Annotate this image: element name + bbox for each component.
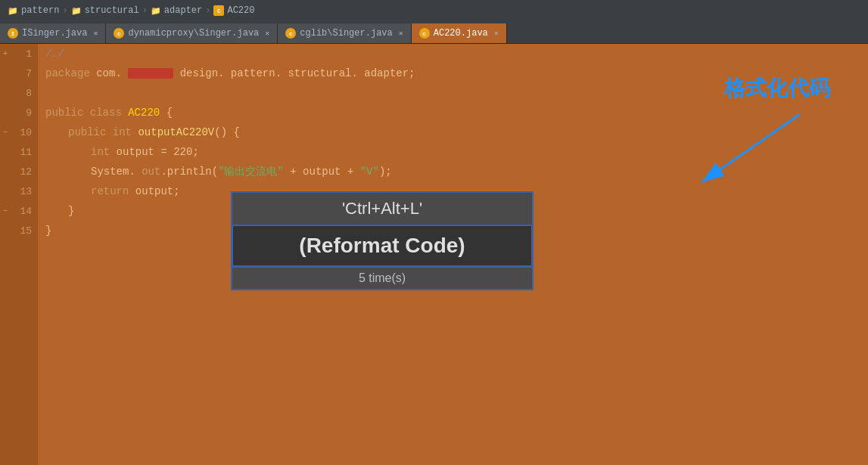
fold-icon[interactable]: − bbox=[3, 207, 8, 215]
fold-icon[interactable]: − bbox=[3, 129, 8, 137]
tab-label: dynamicproxy\Singer.java bbox=[128, 28, 259, 39]
tooltip-header: 'Ctrl+Alt+L' bbox=[231, 191, 534, 226]
tab-label: ISinger.java bbox=[22, 28, 87, 39]
code-token: com. bbox=[96, 67, 128, 79]
code-token-keyword: out bbox=[142, 166, 160, 178]
code-token: + output + bbox=[284, 166, 360, 178]
breadcrumb-label: pattern bbox=[21, 5, 59, 16]
tab-file-icon: c bbox=[419, 28, 430, 39]
class-icon: C bbox=[213, 5, 224, 16]
code-token-classname: AC220 bbox=[128, 107, 160, 119]
breadcrumb-item-structural[interactable]: 📁 structural bbox=[71, 5, 139, 16]
tab-file-icon: c bbox=[114, 28, 124, 39]
code-token-keyword: int bbox=[91, 146, 117, 158]
breadcrumb-item-adapter[interactable]: 📁 adapter bbox=[151, 5, 202, 16]
breadcrumb-label: AC220 bbox=[227, 5, 254, 16]
code-token: design. pattern. structural. adapter; bbox=[173, 67, 415, 79]
line-num-15: 15 bbox=[0, 221, 38, 240]
editor-area: + 1 7 8 9 − 10 11 12 13 − 14 15 bbox=[0, 44, 868, 465]
code-token: .println( bbox=[160, 166, 218, 178]
line-num-12: 12 bbox=[0, 162, 38, 181]
code-token: { bbox=[160, 107, 173, 119]
code-token: } bbox=[68, 205, 74, 217]
code-token: output = 220; bbox=[117, 146, 199, 158]
breadcrumb-label: structural bbox=[85, 5, 139, 16]
code-token-redacted bbox=[128, 68, 173, 79]
code-token-keyword: package bbox=[45, 67, 96, 79]
breadcrumb-sep: › bbox=[62, 5, 67, 16]
code-token: ); bbox=[379, 166, 392, 178]
svg-line-1 bbox=[702, 114, 800, 182]
code-token-keyword: int bbox=[113, 126, 138, 138]
code-token: System. bbox=[91, 166, 142, 178]
line-num-13: 13 bbox=[0, 181, 38, 201]
tab-ac220java[interactable]: c AC220.java ✕ bbox=[412, 23, 507, 43]
code-token-keyword: public class bbox=[45, 107, 128, 119]
line-num-11: 11 bbox=[0, 142, 38, 162]
annotation-area: 格式化代码 bbox=[679, 74, 830, 197]
code-token: /…/ bbox=[45, 48, 64, 60]
folder-icon: 📁 bbox=[71, 5, 82, 16]
tab-isingerjava[interactable]: I ISinger.java ✕ bbox=[0, 23, 106, 43]
tab-close-icon[interactable]: ✕ bbox=[265, 29, 269, 38]
annotation-text: 格式化代码 bbox=[679, 74, 830, 103]
code-token-keyword: return bbox=[91, 185, 129, 197]
breadcrumb-item-ac220[interactable]: C AC220 bbox=[213, 5, 254, 16]
code-token-string: "输出交流电" bbox=[218, 165, 284, 178]
tab-cglib-singer[interactable]: c cglib\Singer.java ✕ bbox=[278, 23, 411, 43]
breadcrumb-label: adapter bbox=[164, 5, 202, 16]
annotation-arrow bbox=[679, 107, 830, 197]
code-token-string: "V" bbox=[360, 166, 379, 178]
code-token: output; bbox=[129, 185, 179, 197]
tab-dynamicproxy-singer[interactable]: c dynamicproxy\Singer.java ✕ bbox=[106, 23, 278, 43]
line-num-7: 7 bbox=[0, 64, 38, 83]
line-number-gutter: + 1 7 8 9 − 10 11 12 13 − 14 15 bbox=[0, 44, 38, 465]
code-token-method: outputAC220V bbox=[138, 126, 214, 138]
line-num-10: − 10 bbox=[0, 122, 38, 142]
tab-close-icon[interactable]: ✕ bbox=[93, 29, 98, 38]
tooltip-body: (Reformat Code) bbox=[231, 226, 534, 268]
line-num-9: 9 bbox=[0, 103, 38, 122]
code-token: () { bbox=[214, 126, 240, 138]
code-editor[interactable]: /…/ package com. design. pattern. struct… bbox=[38, 44, 868, 465]
tab-bar: I ISinger.java ✕ c dynamicproxy\Singer.j… bbox=[0, 21, 868, 44]
code-token: } bbox=[45, 225, 51, 237]
line-num-1: + 1 bbox=[0, 44, 38, 64]
code-token-keyword: public bbox=[68, 126, 113, 138]
breadcrumb-item-pattern[interactable]: 📁 pattern bbox=[8, 5, 59, 16]
line-num-8: 8 bbox=[0, 83, 38, 103]
code-line-1: /…/ bbox=[45, 44, 868, 64]
folder-icon: 📁 bbox=[151, 5, 161, 16]
tooltip-overlay: 'Ctrl+Alt+L' (Reformat Code) 5 time(s) bbox=[231, 191, 534, 290]
fold-icon[interactable]: + bbox=[3, 50, 8, 58]
tooltip-footer: 5 time(s) bbox=[231, 268, 534, 290]
tab-label: cglib\Singer.java bbox=[300, 28, 392, 39]
tab-close-icon[interactable]: ✕ bbox=[494, 29, 499, 38]
breadcrumb-sep: › bbox=[142, 5, 148, 16]
tab-close-icon[interactable]: ✕ bbox=[399, 29, 403, 38]
breadcrumb-bar: 📁 pattern › 📁 structural › 📁 adapter › C… bbox=[0, 0, 868, 21]
tab-label: AC220.java bbox=[434, 28, 488, 39]
folder-icon: 📁 bbox=[8, 5, 18, 16]
line-num-14: − 14 bbox=[0, 201, 38, 221]
tab-file-icon: I bbox=[8, 28, 18, 39]
breadcrumb-sep: › bbox=[205, 5, 210, 16]
tab-file-icon: c bbox=[285, 28, 296, 39]
